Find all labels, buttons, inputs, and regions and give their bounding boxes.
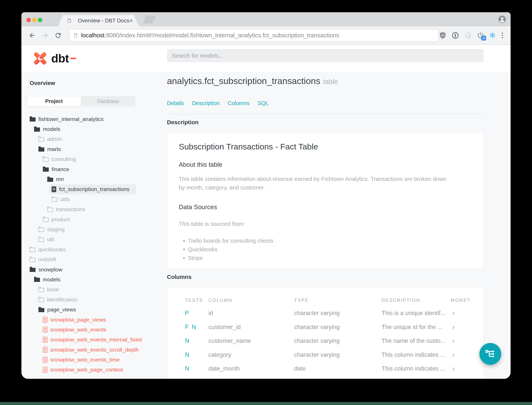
tree-item-util[interactable]: util xyxy=(21,235,167,244)
dbt-logo-icon[interactable] xyxy=(32,50,48,67)
table-row[interactable]: N date_month date This column indicates … xyxy=(185,362,483,376)
columns-section-heading: Columns xyxy=(167,274,484,280)
tab-project[interactable]: Project xyxy=(27,96,81,106)
columns-table-header: TESTS COLUMN TYPE DESCRIPTION MORE? xyxy=(185,297,483,303)
snowflake-extension-icon[interactable]: ❄ xyxy=(489,32,496,39)
tree-item-page-views[interactable]: page_views xyxy=(21,304,167,314)
tree-item-snowplow-web-events[interactable]: snowplow_web_events xyxy=(21,325,167,335)
tree-item-snowplow-web-events-scroll-depth[interactable]: snowplow_web_events_scroll_depth xyxy=(21,345,167,355)
browser-menu-icon[interactable] xyxy=(500,32,505,39)
lineage-graph-button[interactable] xyxy=(479,343,501,365)
tree-item-models[interactable]: models xyxy=(21,124,167,134)
tree-item-fishtown-internal-analytics[interactable]: fishtown_internal_analytics xyxy=(21,114,167,124)
sidebar-title: Overview xyxy=(30,80,55,86)
extension-circle-icon[interactable] xyxy=(464,31,472,40)
model-type-label: table xyxy=(323,78,338,86)
power-extension-icon[interactable]: x xyxy=(477,31,485,40)
doc-title: Subscription Transactions - Fact Table xyxy=(179,142,472,152)
tree-item-marts[interactable]: marts xyxy=(21,144,167,154)
chevron-right-icon[interactable]: › xyxy=(451,351,484,359)
tree-item-fct-subscription-transactions[interactable]: fct_subscription_transactions xyxy=(49,184,136,194)
chevron-right-icon[interactable]: › xyxy=(451,337,484,345)
model-file-icon xyxy=(43,367,47,373)
tree-item-transactions[interactable]: transactions xyxy=(21,204,167,214)
tree-item-snowplow[interactable]: snowplow xyxy=(21,264,167,275)
folder-open-icon xyxy=(43,168,49,172)
chevron-right-icon[interactable]: › xyxy=(451,323,484,331)
folder-open-icon xyxy=(30,117,36,122)
page-doc-icon xyxy=(73,33,78,38)
nav-link-sql[interactable]: SQL xyxy=(258,100,269,107)
tree-item-staging[interactable]: staging xyxy=(21,224,167,234)
window-close-button[interactable] xyxy=(26,18,31,22)
description-card: Subscription Transactions - Fact Table A… xyxy=(167,132,484,269)
tree-item-identification[interactable]: identification xyxy=(21,295,167,304)
table-row[interactable]: F N customer_id character varying The un… xyxy=(185,320,483,334)
page-title: analytics.fct_subscription_transactionst… xyxy=(167,76,484,87)
data-sources-heading: Data Sources xyxy=(179,203,472,211)
project-tree: fishtown_internal_analytics models admin… xyxy=(21,114,167,375)
url-path: :8080/index.html#!/model/model.fishtown_… xyxy=(105,32,339,39)
tree-item-snowplow-page-views[interactable]: snowplow_page_views xyxy=(21,315,167,325)
dbt-logo-text: dbt xyxy=(51,52,69,65)
chevron-right-icon[interactable]: › xyxy=(451,364,484,373)
app-header: dbt xyxy=(21,45,511,72)
nav-link-columns[interactable]: Columns xyxy=(228,100,250,107)
folder-open-icon xyxy=(47,178,53,182)
tree-item-snowplow-web-page-context[interactable]: snowplow_web_page_context xyxy=(21,365,167,375)
tab-strip: Overview - DBT Docs × xyxy=(21,12,511,27)
forward-button[interactable] xyxy=(41,32,49,39)
tree-item-snowplow-web-events-time[interactable]: snowplow_web_events_time xyxy=(21,355,167,364)
chevron-right-icon[interactable]: › xyxy=(451,309,484,317)
tree-item-redshift[interactable]: redshift xyxy=(21,254,167,264)
onepassword-icon[interactable] xyxy=(451,31,459,40)
model-file-icon xyxy=(43,357,47,363)
profile-avatar-icon[interactable] xyxy=(498,15,506,24)
tree-item-snowplow-models[interactable]: models xyxy=(21,275,167,284)
tree-item-utils[interactable]: utils xyxy=(21,194,167,204)
col-header-type: TYPE xyxy=(294,297,381,303)
tab-title: Overview - DBT Docs xyxy=(78,18,129,24)
window-minimize-button[interactable] xyxy=(32,18,37,22)
folder-closed-icon xyxy=(39,228,44,232)
tab-database[interactable]: Database xyxy=(81,96,135,106)
tree-item-consulting[interactable]: consulting xyxy=(21,154,167,164)
folder-open-icon xyxy=(39,147,44,152)
folder-closed-icon xyxy=(43,218,49,222)
folder-open-icon xyxy=(30,268,36,272)
table-row[interactable]: N category character varying This column… xyxy=(185,348,483,362)
nav-link-details[interactable]: Details xyxy=(167,100,184,107)
col-header-more: MORE? xyxy=(451,297,484,303)
table-row[interactable]: N customer_name character varying The na… xyxy=(185,334,483,348)
columns-card: TESTS COLUMN TYPE DESCRIPTION MORE? P id… xyxy=(167,287,484,379)
table-row[interactable]: P id character varying This is a unique … xyxy=(185,306,483,320)
back-button[interactable] xyxy=(28,32,36,39)
tree-item-base[interactable]: base xyxy=(21,285,167,295)
col-header-tests: TESTS xyxy=(185,297,208,303)
new-tab-button[interactable] xyxy=(143,16,156,23)
tree-item-product[interactable]: product xyxy=(21,214,167,224)
description-section-heading: Description xyxy=(167,119,484,126)
tree-item-finance[interactable]: finance xyxy=(21,164,167,174)
folder-closed-icon xyxy=(47,208,53,212)
window-zoom-button[interactable] xyxy=(38,18,42,22)
tree-item-mrr[interactable]: mrr xyxy=(21,174,167,184)
col-header-description: DESCRIPTION xyxy=(381,297,451,303)
nav-link-description[interactable]: Description xyxy=(192,100,220,107)
search-input[interactable] xyxy=(167,49,484,62)
browser-tab[interactable]: Overview - DBT Docs × xyxy=(58,15,139,27)
sidebar-view-switcher: Project Database xyxy=(27,96,135,106)
tab-close-icon[interactable]: × xyxy=(129,18,133,24)
model-search[interactable] xyxy=(167,49,484,62)
folder-open-icon xyxy=(39,308,44,312)
tree-item-quickbooks[interactable]: quickbooks xyxy=(21,244,167,254)
browser-toolbar: localhost:8080/index.html#!/model/model.… xyxy=(21,27,511,45)
about-heading: About this table xyxy=(179,161,472,169)
tree-item-snowplow-web-events-internal-fixed[interactable]: snowplow_web_events_internal_fixed xyxy=(21,335,167,345)
ublock-shield-icon[interactable]: uO xyxy=(439,31,447,40)
folder-closed-icon xyxy=(30,248,35,252)
reload-button[interactable] xyxy=(54,32,62,39)
address-bar[interactable]: localhost:8080/index.html#!/model/model.… xyxy=(69,29,439,42)
tree-item-admin[interactable]: admin xyxy=(21,134,167,144)
folder-closed-icon xyxy=(30,258,35,262)
